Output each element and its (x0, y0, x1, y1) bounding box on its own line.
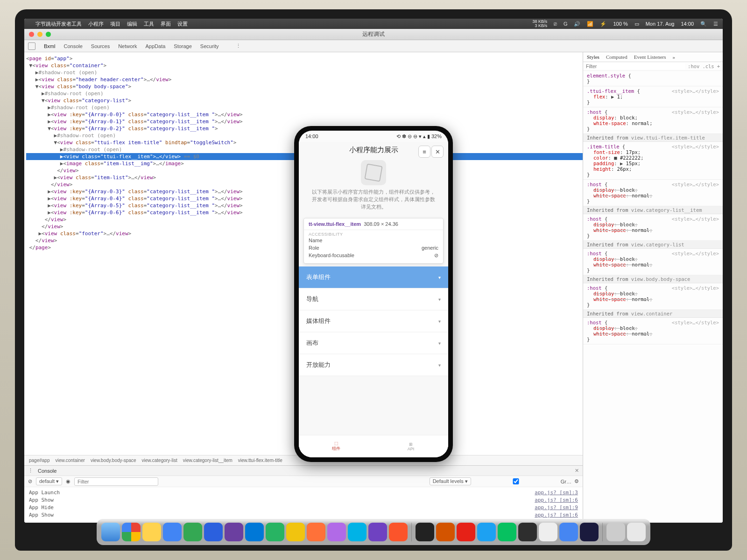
firefox-nightly-icon[interactable] (327, 523, 346, 541)
app-icon[interactable] (416, 523, 434, 541)
control-center-icon[interactable]: ☰ (713, 21, 718, 27)
app-icon[interactable] (518, 523, 537, 541)
nav-tab-api[interactable]: ⊞ API (374, 435, 448, 457)
tor-icon[interactable] (368, 523, 387, 541)
panel-tab-bxml[interactable]: Bxml (44, 43, 55, 49)
breadcrumb-item[interactable]: view.category-list__item (183, 458, 233, 463)
battery-icon[interactable]: ⚡ (600, 21, 606, 27)
app-icon[interactable] (539, 523, 557, 541)
brave-icon[interactable] (389, 523, 408, 541)
twitter-icon[interactable] (477, 523, 496, 541)
cls-toggle[interactable]: .cls (702, 63, 714, 69)
volume-icon[interactable]: 🔊 (574, 21, 580, 27)
more-icon[interactable]: ⋮ (236, 43, 241, 49)
edge-icon[interactable] (245, 523, 264, 541)
log-source[interactable]: app.js? [sm]:3 (535, 489, 578, 497)
style-rule[interactable]: <style>…</style> :host { display: block;… (583, 318, 723, 344)
log-source[interactable]: app.js? [sm]:6 (535, 511, 578, 519)
breadcrumb-item[interactable]: view.container (56, 458, 85, 463)
context-select[interactable]: default ▾ (36, 477, 62, 485)
category-item-selected[interactable]: 表单组件▾ (299, 266, 448, 288)
style-rule[interactable]: <style>…</style> .item-title { font-size… (583, 142, 723, 180)
panel-tab-sources[interactable]: Sources (91, 43, 110, 49)
finder-icon[interactable] (101, 523, 120, 541)
zoom-window-button[interactable] (46, 32, 51, 37)
edge-canary-icon[interactable] (286, 523, 305, 541)
menubar-item[interactable]: 工具 (144, 21, 154, 28)
app-icon[interactable] (559, 523, 578, 541)
breadcrumb-item[interactable]: view.ttui-flex.item-title (238, 458, 282, 463)
console-label[interactable]: Console (38, 468, 56, 474)
panel-tab-console[interactable]: Console (63, 43, 82, 49)
eye-icon[interactable]: ◉ (66, 478, 70, 484)
computed-tab[interactable]: Computed (606, 54, 627, 60)
breadcrumb-item[interactable]: view.body.body-space (91, 458, 136, 463)
app-icon[interactable] (580, 523, 599, 541)
log-source[interactable]: app.js? [sm]:6 (535, 497, 578, 504)
console-filter-input[interactable] (74, 477, 158, 486)
chrome-dev-icon[interactable] (163, 523, 182, 541)
macos-dock[interactable] (97, 519, 650, 545)
style-rule[interactable]: <style>…</style> :host { display: block;… (583, 107, 723, 134)
close-icon[interactable]: ✕ (431, 146, 444, 158)
menubar-time[interactable]: 14:00 (681, 21, 694, 27)
styles-tab[interactable]: Styles (587, 54, 599, 60)
menubar-app[interactable]: 字节跳动开发者工具 (35, 21, 82, 28)
style-rule[interactable]: element.style {} (583, 71, 723, 86)
close-icon[interactable]: ✕ (575, 468, 579, 474)
panel-tab-security[interactable]: Security (200, 43, 219, 49)
nav-tab-component[interactable]: ⬚ 组件 (299, 435, 374, 457)
edge-dev-icon[interactable] (266, 523, 284, 541)
inspect-icon[interactable] (28, 42, 35, 50)
chrome-beta-icon[interactable] (183, 523, 202, 541)
console-output[interactable]: App Launchapp.js? [sm]:3 App Showapp.js?… (24, 487, 583, 523)
hov-toggle[interactable]: :hov (688, 63, 699, 69)
breadcrumb-item[interactable]: view.category-list (142, 458, 177, 463)
category-item[interactable]: 开放能力▾ (299, 354, 448, 376)
log-source[interactable]: app.js? [sm]:9 (535, 504, 578, 511)
levels-select[interactable]: Default levels ▾ (430, 477, 471, 485)
menubar-item[interactable]: 项目 (110, 21, 120, 28)
category-item[interactable]: 导航▾ (299, 288, 448, 310)
add-rule-icon[interactable]: + (717, 63, 720, 69)
downloads-icon[interactable] (606, 523, 625, 541)
panel-tab-appdata[interactable]: AppData (146, 43, 166, 49)
style-rule[interactable]: <style>…</style> :host { display: block;… (583, 180, 723, 206)
app-icon[interactable] (436, 523, 455, 541)
more-icon[interactable]: ⋮ (28, 468, 33, 474)
trash-icon[interactable] (627, 523, 646, 541)
chrome-canary-icon[interactable] (142, 523, 161, 541)
safari-icon[interactable] (204, 523, 223, 541)
panel-tab-storage[interactable]: Storage (174, 43, 192, 49)
breadcrumb-item[interactable]: page#app (29, 458, 50, 463)
menubar-item[interactable]: 编辑 (127, 21, 137, 28)
menubar-item[interactable]: 小程序 (88, 21, 104, 28)
style-rule[interactable]: <style>…</style> :host { display: block;… (583, 283, 723, 310)
firefox-dev-icon[interactable] (348, 523, 366, 541)
search-icon[interactable]: 🔍 (700, 21, 707, 27)
gear-icon[interactable]: ⚙ (574, 478, 579, 484)
close-window-button[interactable] (29, 32, 34, 37)
minimize-window-button[interactable] (37, 32, 42, 37)
panel-tab-network[interactable]: Network (118, 43, 137, 49)
safari-tp-icon[interactable] (225, 523, 243, 541)
wifi-icon[interactable]: 📶 (587, 21, 593, 27)
category-item[interactable]: 画布▾ (299, 332, 448, 354)
group-checkbox[interactable] (474, 478, 558, 484)
chrome-icon[interactable] (122, 523, 141, 541)
menu-icon[interactable]: ≡ (418, 146, 430, 158)
wechat-icon[interactable] (498, 523, 516, 541)
event-listeners-tab[interactable]: Event Listeners (634, 54, 666, 60)
menubar-date[interactable]: Mon 17. Aug (646, 21, 675, 27)
style-rule[interactable]: <style>…</style> :host { display: block;… (583, 249, 723, 275)
clear-icon[interactable]: ⊘ (28, 478, 32, 484)
category-item[interactable]: 媒体组件▾ (299, 310, 448, 332)
firefox-icon[interactable] (307, 523, 325, 541)
more-tabs[interactable]: » (672, 54, 675, 60)
menubar-item[interactable]: 界面 (161, 21, 171, 28)
styles-filter-input[interactable] (586, 63, 685, 69)
creative-cloud-icon[interactable] (457, 523, 475, 541)
style-rule[interactable]: <style>…</style> .ttui-flex__item { flex… (583, 86, 723, 107)
menubar-item[interactable]: 设置 (177, 21, 188, 28)
style-rule[interactable]: <style>…</style> :host { display: block;… (583, 214, 723, 241)
